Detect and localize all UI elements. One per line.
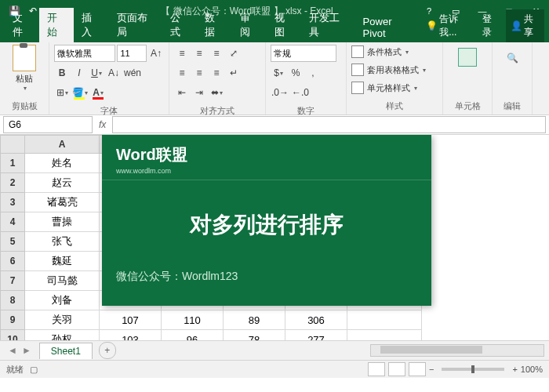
number-format-select[interactable]: 常规	[271, 45, 336, 62]
underline-button[interactable]: U▾	[89, 64, 104, 82]
fx-icon[interactable]: fx	[93, 119, 112, 130]
cell[interactable]: 89	[224, 310, 285, 330]
cell[interactable]: 78	[224, 330, 285, 341]
italic-button[interactable]: I	[71, 64, 87, 82]
border-button[interactable]: ⊞▾	[54, 84, 70, 101]
tab-pivot[interactable]: Power Pivot	[355, 13, 422, 42]
percent-button[interactable]: %	[288, 64, 304, 82]
cell[interactable]: 277	[285, 330, 347, 341]
font-size-select[interactable]: 11	[117, 45, 147, 62]
font-name-select[interactable]: 微软雅黑	[54, 45, 115, 62]
cell[interactable]: 司马懿	[25, 271, 100, 291]
cell[interactable]: 魏延	[25, 252, 100, 271]
orientation-icon[interactable]: ⤢	[226, 45, 242, 62]
cell[interactable]: 诸葛亮	[25, 193, 100, 212]
align-top-icon[interactable]: ≡	[174, 45, 190, 62]
sheet-prev-icon[interactable]: ◄	[8, 345, 17, 356]
comma-button[interactable]: ,	[305, 64, 321, 82]
conditional-format-button[interactable]: 条件格式▾	[351, 45, 438, 59]
tab-insert[interactable]: 插入	[74, 8, 108, 42]
cell[interactable]: 107	[100, 310, 162, 330]
cell[interactable]: 103	[100, 330, 162, 341]
align-bottom-icon[interactable]: ≡	[209, 45, 224, 62]
col-header[interactable]: A	[25, 136, 100, 154]
tab-layout[interactable]: 页面布局	[109, 8, 162, 42]
cell[interactable]: 96	[162, 330, 224, 341]
sheet-tab[interactable]: Sheet1	[39, 343, 93, 359]
page-break-view-icon[interactable]	[409, 362, 426, 376]
indent-decrease-icon[interactable]: ⇤	[174, 84, 190, 101]
row-header[interactable]: 5	[1, 232, 25, 252]
align-center-icon[interactable]: ≡	[191, 64, 207, 82]
phonetic-button[interactable]: wén	[123, 64, 142, 82]
zoom-slider[interactable]	[442, 368, 504, 371]
cell[interactable]: 孙权	[25, 330, 100, 341]
fill-color-button[interactable]: 🪣▾	[71, 84, 89, 101]
wrap-text-icon[interactable]: ↵	[226, 64, 242, 82]
row-header[interactable]: 10	[1, 330, 25, 341]
zoom-in-icon[interactable]: +	[512, 365, 517, 374]
currency-button[interactable]: $▾	[271, 64, 286, 82]
horizontal-scrollbar[interactable]	[370, 344, 544, 357]
table-format-button[interactable]: 套用表格格式▾	[351, 63, 438, 77]
indent-increase-icon[interactable]: ⇥	[191, 84, 207, 101]
cell[interactable]: 姓名	[25, 154, 100, 173]
row-header[interactable]: 3	[1, 193, 25, 212]
name-box[interactable]: G6	[3, 116, 93, 133]
cell[interactable]: 张飞	[25, 232, 100, 252]
add-sheet-button[interactable]: +	[99, 342, 116, 359]
cells-icon[interactable]	[458, 48, 477, 67]
row-header[interactable]: 6	[1, 252, 25, 271]
overlay-url: www.wordlm.com	[102, 167, 431, 180]
login-button[interactable]: 登录	[478, 9, 504, 42]
cell-style-button[interactable]: 单元格样式▾	[351, 81, 438, 95]
decrease-decimal-icon[interactable]: ←.0	[291, 84, 310, 101]
increase-decimal-icon[interactable]: .0→	[271, 84, 289, 101]
page-layout-view-icon[interactable]	[388, 362, 405, 376]
cell[interactable]: 306	[285, 310, 347, 330]
font-group-label: 字体	[54, 105, 164, 117]
tab-review[interactable]: 审阅	[232, 8, 267, 42]
tab-file[interactable]: 文件	[5, 8, 39, 42]
row-header[interactable]: 9	[1, 310, 25, 330]
cell[interactable]: 关羽	[25, 310, 100, 330]
zoom-out-icon[interactable]: −	[429, 365, 434, 374]
cell[interactable]: 刘备	[25, 291, 100, 310]
editing-icon[interactable]: 🔍	[504, 49, 520, 67]
tab-data[interactable]: 数据	[197, 8, 231, 42]
decrease-font-icon[interactable]: A↓	[106, 64, 122, 82]
align-middle-icon[interactable]: ≡	[191, 45, 207, 62]
bold-button[interactable]: B	[54, 64, 70, 82]
row-header[interactable]: 8	[1, 291, 25, 310]
paste-icon	[13, 45, 36, 71]
cell[interactable]	[347, 310, 422, 330]
cellstyle-icon	[351, 82, 364, 94]
cell[interactable]	[347, 330, 422, 341]
align-right-icon[interactable]: ≡	[209, 64, 224, 82]
macro-record-icon[interactable]: ▢	[30, 365, 38, 375]
row-header[interactable]: 2	[1, 173, 25, 193]
increase-font-icon[interactable]: A↑	[148, 45, 164, 62]
merge-button[interactable]: ⬌▾	[209, 84, 224, 101]
font-color-button[interactable]: A▾	[90, 84, 106, 101]
share-button[interactable]: 👤 共享	[506, 9, 544, 42]
tab-formulas[interactable]: 公式	[162, 8, 197, 42]
cell[interactable]: 110	[162, 310, 224, 330]
paste-button[interactable]: 粘贴▾	[5, 45, 44, 92]
tab-view[interactable]: 视图	[267, 8, 301, 42]
zoom-level: 100%	[521, 365, 543, 374]
row-header[interactable]: 1	[1, 154, 25, 173]
tab-home[interactable]: 开始	[39, 8, 74, 42]
row-header[interactable]: 4	[1, 212, 25, 232]
overlay-subtitle: 微信公众号：Wordlm123	[102, 263, 431, 295]
row-header[interactable]: 7	[1, 271, 25, 291]
tellme-button[interactable]: 💡 告诉我...	[421, 9, 475, 42]
align-left-icon[interactable]: ≡	[174, 64, 190, 82]
cell[interactable]: 曹操	[25, 212, 100, 232]
tab-dev[interactable]: 开发工具	[301, 8, 354, 42]
sheet-next-icon[interactable]: ►	[22, 345, 31, 356]
cell[interactable]: 赵云	[25, 173, 100, 193]
status-ready: 就绪	[6, 364, 24, 376]
formula-bar[interactable]	[112, 116, 546, 133]
normal-view-icon[interactable]	[368, 362, 385, 376]
